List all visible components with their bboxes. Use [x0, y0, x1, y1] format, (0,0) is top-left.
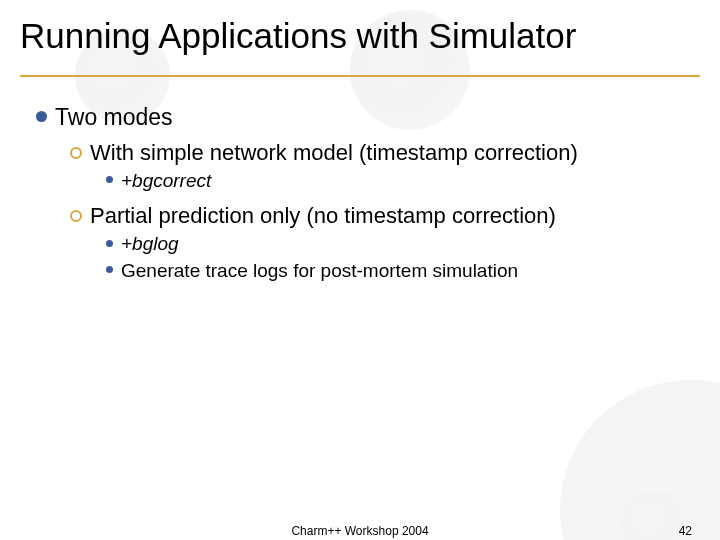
bullet-ring-icon [70, 147, 82, 159]
bullet-text: Two modes [55, 104, 173, 130]
bullet-text: Partial prediction only (no timestamp co… [90, 203, 556, 228]
bullet-text: +bgcorrect [121, 170, 211, 191]
bullet-level3: +bgcorrect [106, 170, 686, 193]
bullet-level1: Two modes [36, 104, 686, 132]
bullet-text: Generate trace logs for post-mortem simu… [121, 260, 518, 281]
bullet-smalldot-icon [106, 266, 113, 273]
bullet-ring-icon [70, 210, 82, 222]
footer-page-number: 42 [679, 524, 692, 538]
bullet-text: With simple network model (timestamp cor… [90, 140, 578, 165]
bullet-level2: With simple network model (timestamp cor… [70, 140, 686, 166]
slide: Running Applications with Simulator Two … [0, 0, 720, 540]
bullet-level3: Generate trace logs for post-mortem simu… [106, 260, 686, 283]
title-underline [20, 75, 700, 77]
bullet-text: +bglog [121, 233, 179, 254]
footer-center-text: Charm++ Workshop 2004 [0, 524, 720, 538]
bullet-dot-icon [36, 111, 47, 122]
bullet-level2: Partial prediction only (no timestamp co… [70, 203, 686, 229]
bullet-smalldot-icon [106, 240, 113, 247]
bullet-smalldot-icon [106, 176, 113, 183]
slide-body: Two modes With simple network model (tim… [36, 104, 686, 287]
slide-title: Running Applications with Simulator [20, 16, 576, 56]
bullet-level3: +bglog [106, 233, 686, 256]
